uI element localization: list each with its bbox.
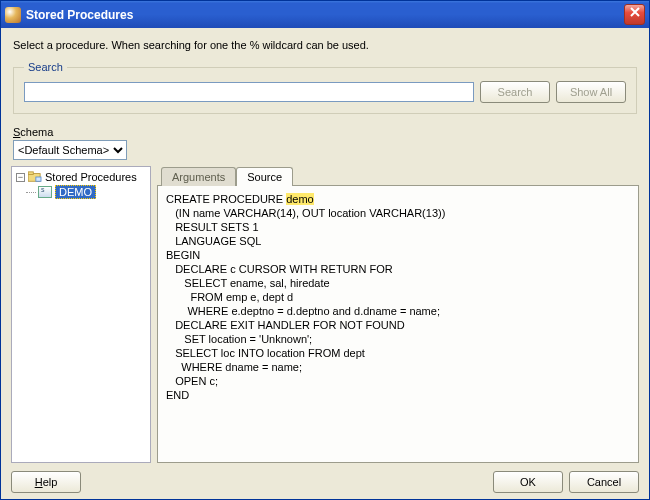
help-button[interactable]: HelpHelp (11, 471, 81, 493)
svg-rect-2 (36, 177, 41, 181)
svg-rect-1 (28, 172, 33, 175)
footer-spacer (87, 471, 487, 493)
main-area: − Stored Procedures DEMO Arguments (11, 166, 639, 463)
tree-root-label: Stored Procedures (45, 171, 137, 183)
app-icon (5, 7, 21, 23)
search-row: Search Show All (24, 81, 626, 103)
source-viewer[interactable]: CREATE PROCEDURE demo (IN name VARCHAR(1… (157, 185, 639, 463)
search-fieldset: Search Search Show All (13, 61, 637, 114)
titlebar[interactable]: Stored Procedures (1, 1, 649, 28)
ok-button[interactable]: OK (493, 471, 563, 493)
cancel-button-label: Cancel (587, 476, 621, 488)
footer: HelpHelp OK Cancel (11, 463, 639, 493)
show-all-button-label: Show All (570, 86, 612, 98)
ok-button-label: OK (520, 476, 536, 488)
sql-proc-icon (38, 186, 52, 198)
search-button-label: Search (498, 86, 533, 98)
tree-branch-line (26, 192, 36, 193)
highlighted-token: demo (286, 193, 314, 205)
intro-text: Select a procedure. When searching for o… (13, 39, 637, 51)
dialog-window: Stored Procedures Select a procedure. Wh… (0, 0, 650, 500)
tree-item[interactable]: DEMO (26, 185, 146, 199)
right-panel: Arguments Source CREATE PROCEDURE demo (… (157, 166, 639, 463)
tree-toggle-icon[interactable]: − (16, 173, 25, 182)
folder-icon (28, 171, 42, 183)
tree-panel[interactable]: − Stored Procedures DEMO (11, 166, 151, 463)
schema-label: SSchemachema (13, 126, 637, 138)
dialog-content: Select a procedure. When searching for o… (1, 28, 649, 499)
tab-arguments-label: Arguments (172, 171, 225, 183)
tree-item-label: DEMO (55, 185, 96, 199)
tree-root[interactable]: − Stored Procedures (16, 171, 146, 183)
cancel-button[interactable]: Cancel (569, 471, 639, 493)
close-icon (630, 7, 640, 17)
tab-arguments[interactable]: Arguments (161, 167, 236, 186)
window-title: Stored Procedures (26, 8, 624, 22)
tab-strip: Arguments Source (157, 166, 639, 185)
schema-select[interactable]: <Default Schema> (13, 140, 127, 160)
show-all-button[interactable]: Show All (556, 81, 626, 103)
search-legend: Search (24, 61, 67, 73)
schema-row: <Default Schema> (11, 140, 639, 160)
tab-source-label: Source (247, 171, 282, 183)
close-button[interactable] (624, 4, 645, 25)
tab-source[interactable]: Source (236, 167, 293, 186)
search-input[interactable] (24, 82, 474, 102)
search-button[interactable]: Search (480, 81, 550, 103)
